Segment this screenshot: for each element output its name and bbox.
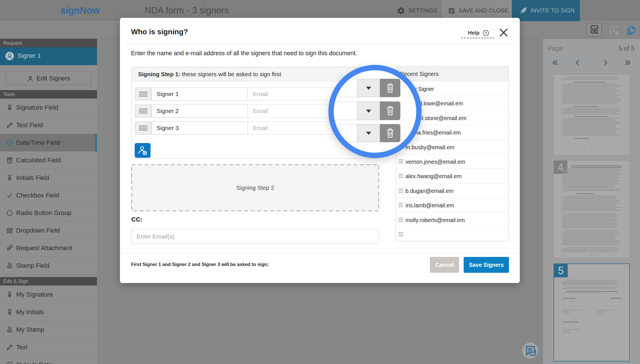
- svg-text:?: ?: [485, 31, 487, 35]
